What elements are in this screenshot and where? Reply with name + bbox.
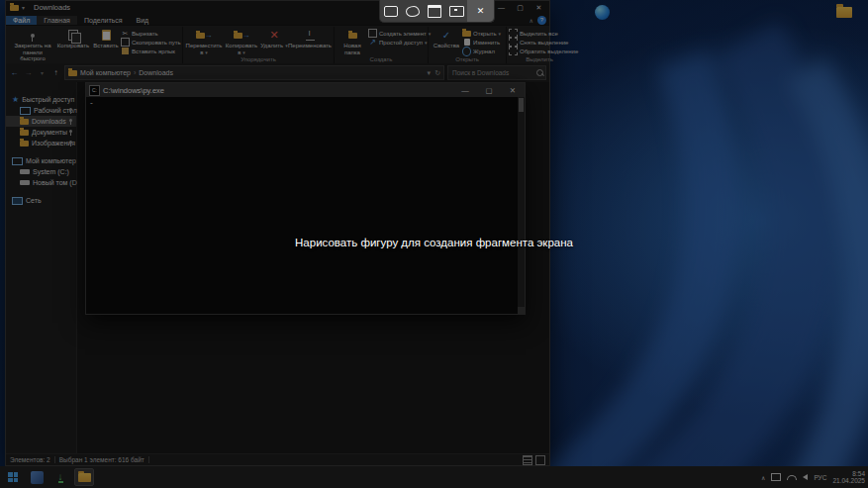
rectangle-snip-icon xyxy=(384,6,398,17)
rectangle-snip-button[interactable] xyxy=(380,0,402,22)
fullscreen-snip-button[interactable] xyxy=(445,0,467,22)
window-snip-icon xyxy=(428,5,441,18)
snip-toolbar xyxy=(379,0,495,23)
snip-close-button[interactable] xyxy=(467,0,494,22)
screen: ▾ Downloads — ▢ ✕ Файл Главная Поделитьс… xyxy=(0,0,868,488)
snip-instruction: Нарисовать фигуру для создания фрагмента… xyxy=(0,237,868,248)
freeform-snip-icon xyxy=(406,6,420,17)
window-snip-button[interactable] xyxy=(424,0,445,22)
freeform-snip-button[interactable] xyxy=(402,0,424,22)
fullscreen-snip-icon xyxy=(449,6,464,17)
